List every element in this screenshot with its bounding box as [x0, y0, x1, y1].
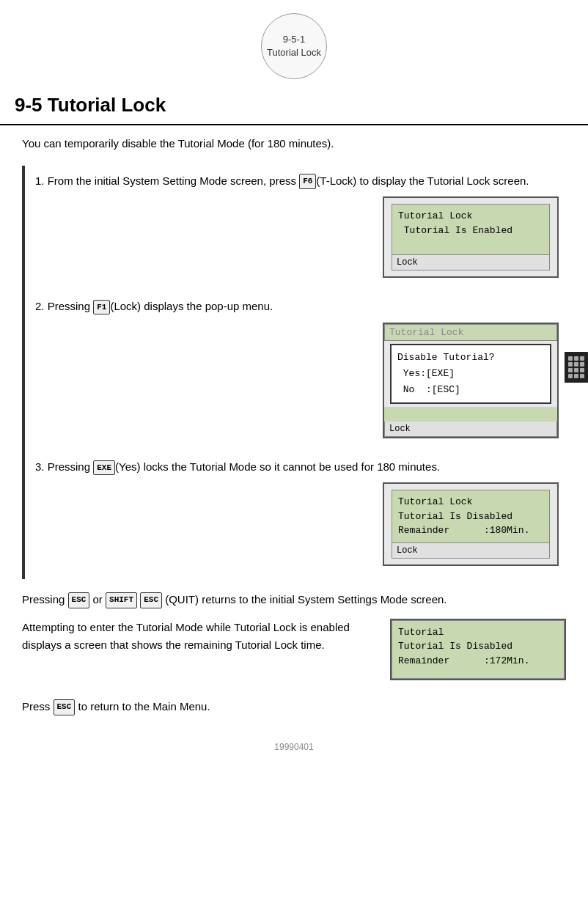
screen-2-topbar: Tutorial Lock: [384, 324, 557, 341]
screen-2-dialog: Disable Tutorial? Yes:[EXE] No :[ESC]: [390, 344, 551, 404]
page-footer: 19990401: [0, 720, 588, 759]
right-side-tab: [565, 352, 588, 383]
esc-key-quit2: ESC: [140, 592, 162, 608]
page-title: 9-5 Tutorial Lock: [0, 94, 588, 125]
f1-key: F1: [93, 300, 110, 315]
screen-4-content: Tutorial Tutorial Is Disabled Remainder …: [392, 620, 565, 679]
footer-text: 19990401: [274, 742, 313, 752]
step-2-text: 2. Pressing F1(Lock) displays the pop-up…: [35, 298, 566, 315]
page-header-circle: 9-5-1 Tutorial Lock: [261, 13, 327, 79]
esc-key-main: ESC: [54, 699, 76, 715]
section-subtitle: Tutorial Lock: [267, 46, 321, 59]
section-number: 9-5-1: [283, 33, 305, 46]
esc-key-quit: ESC: [68, 592, 90, 608]
exe-key: EXE: [93, 460, 115, 476]
step-3-image: Tutorial Lock Tutorial Is Disabled Remai…: [35, 482, 566, 566]
step-2-image: Tutorial Lock Disable Tutorial? Yes:[EXE…: [35, 323, 566, 438]
screen-3: Tutorial Lock Tutorial Is Disabled Remai…: [383, 482, 559, 566]
screen-3-content: Tutorial Lock Tutorial Is Disabled Remai…: [392, 490, 550, 543]
calculator-icon: [568, 356, 584, 378]
step-1-image: Tutorial Lock Tutorial Is Enabled Lock: [35, 196, 566, 278]
step-1-text: 1. From the initial System Setting Mode …: [35, 173, 566, 190]
screen-1: Tutorial Lock Tutorial Is Enabled Lock: [383, 196, 559, 278]
attempting-text: Attempting to enter the Tutorial Mode wh…: [22, 619, 375, 654]
screen-1-content: Tutorial Lock Tutorial Is Enabled: [392, 204, 550, 255]
step-3: 3. Pressing EXE(Yes) locks the Tutorial …: [25, 452, 573, 579]
press-esc-line: Press ESC to return to the Main Menu.: [0, 693, 588, 720]
steps-block: 1. From the initial System Setting Mode …: [22, 166, 573, 579]
screen-4: Tutorial Tutorial Is Disabled Remainder …: [390, 619, 566, 680]
screen-2-green: [384, 407, 557, 422]
screen-2-bottom: Lock: [384, 422, 557, 437]
step-2: 2. Pressing F1(Lock) displays the pop-up…: [25, 291, 573, 452]
shift-key: SHIFT: [106, 592, 137, 608]
step-1: 1. From the initial System Setting Mode …: [25, 166, 573, 292]
screen-2: Tutorial Lock Disable Tutorial? Yes:[EXE…: [383, 323, 559, 438]
screen-3-bottom: Lock: [392, 543, 550, 559]
intro-text: You can temporarily disable the Tutorial…: [0, 136, 588, 152]
f6-key: F6: [299, 174, 316, 189]
screen-1-bottom: Lock: [392, 255, 550, 271]
step-3-text: 3. Pressing EXE(Yes) locks the Tutorial …: [35, 459, 566, 476]
quit-line: Pressing ESC or SHIFT ESC (QUIT) returns…: [0, 586, 588, 613]
page-header: 9-5-1 Tutorial Lock: [0, 0, 588, 79]
attempting-row: Attempting to enter the Tutorial Mode wh…: [0, 613, 588, 686]
